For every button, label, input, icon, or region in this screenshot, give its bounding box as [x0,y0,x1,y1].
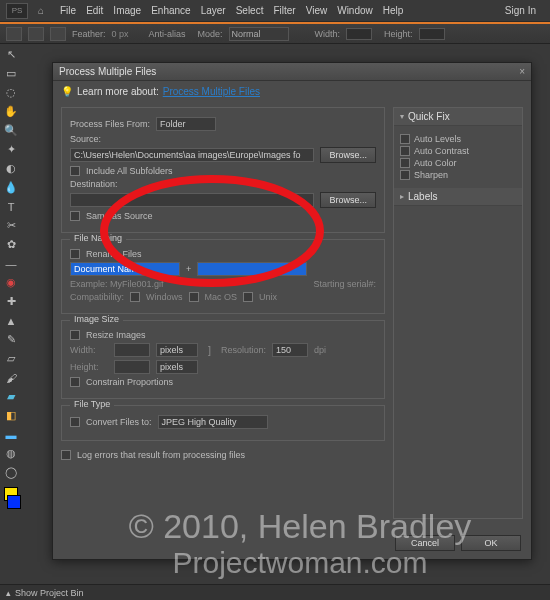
resolution-select[interactable]: 150 [272,343,308,357]
compat-mac-checkbox[interactable] [189,292,199,302]
options-bar: Feather: 0 px Anti-alias Mode: Normal Wi… [0,22,550,44]
convert-checkbox[interactable] [70,417,80,427]
dialog-titlebar[interactable]: Process Multiple Files × [53,63,531,81]
tool-cookie[interactable]: ✿ [2,236,20,253]
mode-select[interactable]: Normal [229,27,289,41]
process-from-select[interactable]: Folder [156,117,216,131]
menu-image[interactable]: Image [113,5,141,16]
tool-gradient[interactable]: ◧ [2,407,20,424]
height-input[interactable] [419,28,445,40]
constrain-checkbox[interactable] [70,377,80,387]
size-height-unit[interactable]: pixels [156,360,198,374]
tool-redeye[interactable]: ◉ [2,274,20,291]
close-icon[interactable]: × [519,66,525,77]
source-group: Process Files From: Folder Source: Brows… [61,107,385,233]
antialias-label: Anti-alias [149,29,186,39]
file-type-group: File Type Convert Files to: JPEG High Qu… [61,405,385,441]
destination-path-input[interactable] [70,193,314,207]
dpi-label: dpi [314,345,326,355]
menu-window[interactable]: Window [337,5,373,16]
auto-contrast-checkbox[interactable] [400,146,410,156]
width-label: Width: [315,29,341,39]
include-subfolders-checkbox[interactable] [70,166,80,176]
tool-zoom[interactable]: 🔍 [2,122,20,139]
opt-icon-3[interactable] [50,27,66,41]
tool-brush[interactable]: 🖌 [2,369,20,386]
labels-header[interactable]: ▸Labels [394,188,522,206]
source-label: Source: [70,134,376,144]
quick-fix-panel: ▾Quick Fix Auto Levels Auto Contrast Aut… [393,107,523,519]
size-width-unit[interactable]: pixels [156,343,198,357]
compat-unix-checkbox[interactable] [243,292,253,302]
name-seg1-select[interactable]: Document Name [70,262,180,276]
menu-view[interactable]: View [306,5,328,16]
tool-marquee[interactable]: ▭ [2,65,20,82]
tool-pencil[interactable]: ✎ [2,331,20,348]
menu-help[interactable]: Help [383,5,404,16]
source-browse-button[interactable]: Browse... [320,147,376,163]
tool-move[interactable]: ↖ [2,46,20,63]
opt-icon-1[interactable] [6,27,22,41]
name-plus: + [186,264,191,274]
tool-crop[interactable]: ✂ [2,217,20,234]
tool-stamp[interactable]: ▲ [2,312,20,329]
tool-wand[interactable]: ✦ [2,141,20,158]
menu-filter[interactable]: Filter [273,5,295,16]
menu-enhance[interactable]: Enhance [151,5,190,16]
menu-select[interactable]: Select [236,5,264,16]
destination-browse-button[interactable]: Browse... [320,192,376,208]
image-size-group: Image Size Resize Images Width: pixels ]… [61,320,385,399]
background-swatch[interactable] [7,495,21,509]
width-input[interactable] [346,28,372,40]
tip-link[interactable]: Process Multiple Files [163,86,260,97]
tip-bar: 💡 Learn more about: Process Multiple Fil… [53,81,531,101]
tool-eraser[interactable]: ▱ [2,350,20,367]
project-bin-bar[interactable]: ▴ Show Project Bin [0,584,550,600]
include-subfolders-label: Include All Subfolders [86,166,173,176]
size-height-input[interactable] [114,360,150,374]
home-icon[interactable]: ⌂ [32,3,50,19]
compat-win-checkbox[interactable] [130,292,140,302]
ok-button[interactable]: OK [461,535,521,551]
rename-files-checkbox[interactable] [70,249,80,259]
dialog-footer: Cancel OK [395,535,521,551]
quick-fix-header[interactable]: ▾Quick Fix [394,108,522,126]
sharpen-checkbox[interactable] [400,170,410,180]
tool-quick-sel[interactable]: ◐ [2,160,20,177]
format-select[interactable]: JPEG High Quality [158,415,268,429]
tool-straighten[interactable]: ― [2,255,20,272]
sign-in-link[interactable]: Sign In [505,5,536,16]
tool-hand[interactable]: ✋ [2,103,20,120]
tool-bucket[interactable]: ▰ [2,388,20,405]
resize-checkbox[interactable] [70,330,80,340]
rename-files-label: Rename Files [86,249,142,259]
feather-value: 0 px [112,29,129,39]
labels-title: Labels [408,191,437,202]
tool-heal[interactable]: ✚ [2,293,20,310]
compat-label: Compatibility: [70,292,124,302]
auto-levels-checkbox[interactable] [400,134,410,144]
tool-shape[interactable]: ▬ [2,426,20,443]
same-as-source-checkbox[interactable] [70,211,80,221]
file-naming-group: File Naming Rename Files Document Name +… [61,239,385,314]
image-size-legend: Image Size [70,314,123,324]
menu-file[interactable]: File [60,5,76,16]
chevron-right-icon: ▸ [400,192,404,201]
log-errors-checkbox[interactable] [61,450,71,460]
tool-sponge[interactable]: ◍ [2,445,20,462]
name-seg2-select[interactable] [197,262,307,276]
auto-color-checkbox[interactable] [400,158,410,168]
tool-blur[interactable]: ◯ [2,464,20,481]
cancel-button[interactable]: Cancel [395,535,455,551]
tool-lasso[interactable]: ◌ [2,84,20,101]
menu-edit[interactable]: Edit [86,5,103,16]
tool-eyedrop[interactable]: 💧 [2,179,20,196]
opt-icon-2[interactable] [28,27,44,41]
auto-color-label: Auto Color [414,158,457,168]
menu-layer[interactable]: Layer [201,5,226,16]
dialog-title: Process Multiple Files [59,66,156,77]
tool-type[interactable]: T [2,198,20,215]
project-bin-label: Show Project Bin [15,588,84,598]
source-path-input[interactable] [70,148,314,162]
size-width-input[interactable] [114,343,150,357]
